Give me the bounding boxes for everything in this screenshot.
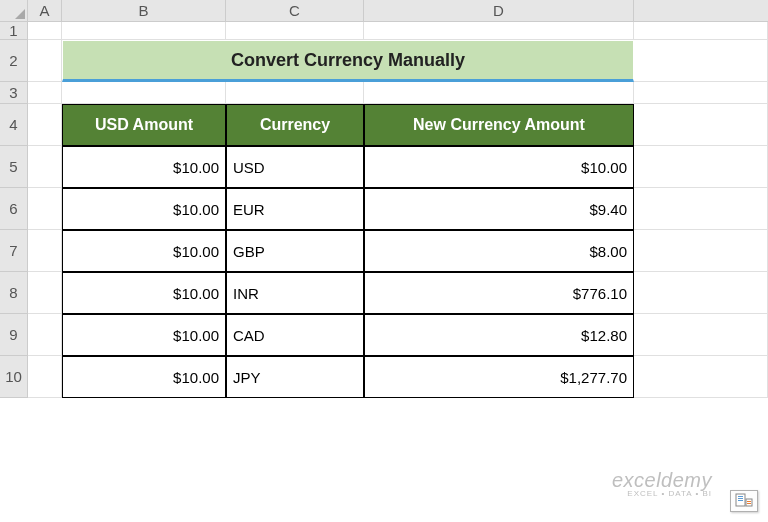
cell-b3[interactable] bbox=[62, 82, 226, 104]
svg-rect-6 bbox=[747, 503, 751, 504]
col-header-d[interactable]: D bbox=[364, 0, 634, 22]
cell-a9[interactable] bbox=[28, 314, 62, 356]
cell-currency-8[interactable]: INR bbox=[226, 272, 364, 314]
cell-currency-9[interactable]: CAD bbox=[226, 314, 364, 356]
clipboard-icon bbox=[735, 493, 753, 510]
row-header-2[interactable]: 2 bbox=[0, 40, 28, 82]
col-header-c[interactable]: C bbox=[226, 0, 364, 22]
cell-a3[interactable] bbox=[28, 82, 62, 104]
table-header-usd[interactable]: USD Amount bbox=[62, 104, 226, 146]
cell-amount-8[interactable]: $776.10 bbox=[364, 272, 634, 314]
cell-a10[interactable] bbox=[28, 356, 62, 398]
select-all-corner[interactable] bbox=[0, 0, 28, 22]
cell-a8[interactable] bbox=[28, 272, 62, 314]
cell-usd-8[interactable]: $10.00 bbox=[62, 272, 226, 314]
row-header-9[interactable]: 9 bbox=[0, 314, 28, 356]
svg-rect-3 bbox=[738, 500, 743, 501]
cell-blank-9[interactable] bbox=[634, 314, 768, 356]
cell-blank-4[interactable] bbox=[634, 104, 768, 146]
spreadsheet-grid: A B C D 1 2 Convert Currency Manually 3 … bbox=[0, 0, 768, 398]
watermark: exceldemy EXCEL • DATA • BI bbox=[612, 470, 712, 498]
row-header-8[interactable]: 8 bbox=[0, 272, 28, 314]
svg-rect-2 bbox=[738, 498, 743, 499]
col-header-blank bbox=[634, 0, 768, 22]
cell-c3[interactable] bbox=[226, 82, 364, 104]
row-header-7[interactable]: 7 bbox=[0, 230, 28, 272]
cell-b1[interactable] bbox=[62, 22, 226, 40]
cell-blank-8[interactable] bbox=[634, 272, 768, 314]
svg-rect-1 bbox=[738, 496, 743, 497]
cell-a2[interactable] bbox=[28, 40, 62, 82]
cell-usd-6[interactable]: $10.00 bbox=[62, 188, 226, 230]
cell-d3[interactable] bbox=[364, 82, 634, 104]
cell-a6[interactable] bbox=[28, 188, 62, 230]
row-header-3[interactable]: 3 bbox=[0, 82, 28, 104]
cell-blank-2[interactable] bbox=[634, 40, 768, 82]
cell-blank-3[interactable] bbox=[634, 82, 768, 104]
table-header-amount[interactable]: New Currency Amount bbox=[364, 104, 634, 146]
cell-blank-1[interactable] bbox=[634, 22, 768, 40]
cell-usd-10[interactable]: $10.00 bbox=[62, 356, 226, 398]
title-cell[interactable]: Convert Currency Manually bbox=[62, 40, 634, 82]
cell-currency-10[interactable]: JPY bbox=[226, 356, 364, 398]
cell-blank-6[interactable] bbox=[634, 188, 768, 230]
cell-usd-7[interactable]: $10.00 bbox=[62, 230, 226, 272]
cell-a4[interactable] bbox=[28, 104, 62, 146]
col-header-a[interactable]: A bbox=[28, 0, 62, 22]
cell-a1[interactable] bbox=[28, 22, 62, 40]
cell-amount-5[interactable]: $10.00 bbox=[364, 146, 634, 188]
row-header-5[interactable]: 5 bbox=[0, 146, 28, 188]
cell-a7[interactable] bbox=[28, 230, 62, 272]
cell-amount-6[interactable]: $9.40 bbox=[364, 188, 634, 230]
watermark-brand: exceldemy bbox=[612, 470, 712, 490]
cell-blank-10[interactable] bbox=[634, 356, 768, 398]
col-header-b[interactable]: B bbox=[62, 0, 226, 22]
cell-usd-9[interactable]: $10.00 bbox=[62, 314, 226, 356]
cell-blank-7[interactable] bbox=[634, 230, 768, 272]
row-header-6[interactable]: 6 bbox=[0, 188, 28, 230]
table-header-currency[interactable]: Currency bbox=[226, 104, 364, 146]
cell-d1[interactable] bbox=[364, 22, 634, 40]
row-header-1[interactable]: 1 bbox=[0, 22, 28, 40]
cell-a5[interactable] bbox=[28, 146, 62, 188]
cell-amount-7[interactable]: $8.00 bbox=[364, 230, 634, 272]
cell-blank-5[interactable] bbox=[634, 146, 768, 188]
svg-rect-4 bbox=[746, 499, 752, 506]
paste-options-button[interactable] bbox=[730, 490, 758, 512]
cell-currency-5[interactable]: USD bbox=[226, 146, 364, 188]
cell-amount-10[interactable]: $1,277.70 bbox=[364, 356, 634, 398]
cell-usd-5[interactable]: $10.00 bbox=[62, 146, 226, 188]
svg-rect-5 bbox=[747, 501, 751, 502]
cell-amount-9[interactable]: $12.80 bbox=[364, 314, 634, 356]
cell-currency-7[interactable]: GBP bbox=[226, 230, 364, 272]
row-header-4[interactable]: 4 bbox=[0, 104, 28, 146]
row-header-10[interactable]: 10 bbox=[0, 356, 28, 398]
watermark-tagline: EXCEL • DATA • BI bbox=[612, 490, 712, 498]
cell-c1[interactable] bbox=[226, 22, 364, 40]
cell-currency-6[interactable]: EUR bbox=[226, 188, 364, 230]
